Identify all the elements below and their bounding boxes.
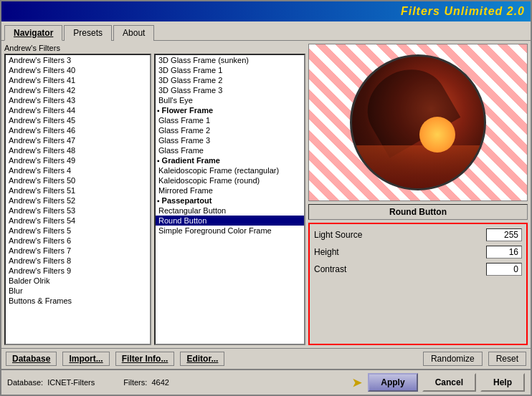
param-row-height: Height 16 [314,246,522,259]
toolbar-right: Randomize Reset [423,352,526,366]
filter-item[interactable]: Glass Frame [156,145,304,155]
import-button[interactable]: Import... [62,352,109,366]
list-item[interactable]: Andrew's Filters 42 [6,85,150,95]
filter-list-container[interactable]: 3D Glass Frame (sunken) 3D Glass Frame 1… [154,54,305,345]
app-title: Filters Unlimited 2.0 [401,5,525,18]
filter-item[interactable]: Kaleidoscopic Frame (round) [156,175,304,185]
andrew-label: Andrew's Filters [4,44,151,52]
list-item[interactable]: Andrew's Filters 8 [6,256,150,266]
list-item[interactable]: Andrew's Filters 4 [6,165,150,175]
tab-presets[interactable]: Presets [64,25,112,41]
filter-item-mirrored-frame[interactable]: Mirrored Frame [156,185,304,195]
lists-row: Andrew's Filters Andrew's Filters 3 Andr… [4,44,305,345]
list-item[interactable]: Andrew's Filters 53 [6,206,150,216]
status-bar: Database: ICNET-Filters Filters: 4642 Ap… [1,369,531,395]
moon [419,117,455,153]
tab-about[interactable]: About [113,25,154,41]
filter-item-round-button[interactable]: Round Button ➤ [156,216,304,226]
list-item[interactable]: Andrew's Filters 49 [6,155,150,165]
list-item[interactable]: Andrew's Filters 50 [6,175,150,185]
filter-item-separator[interactable]: ▪ Passepartout [156,195,304,206]
editor-button[interactable]: Editor... [180,352,224,366]
status-filters: Filters: 4642 [123,378,169,387]
list-item[interactable]: Andrew's Filters 44 [6,105,150,115]
apply-button[interactable]: Apply ➤ [368,373,417,392]
list-item[interactable]: Andrew's Filters 9 [6,266,150,276]
light-source-label: Light Source [314,230,486,240]
list-item[interactable]: Andrew's Filters 48 [6,145,150,155]
filter-item[interactable]: 3D Glass Frame (sunken) [156,55,304,65]
list-item-buttons-frames[interactable]: Buttons & Frames ➤ [6,296,150,306]
status-database: Database: ICNET-Filters [7,378,95,387]
list-item[interactable]: Andrew's Filters 40 [6,65,150,75]
randomize-button[interactable]: Randomize [423,352,483,366]
filter-info-button[interactable]: Filter Info... [115,352,175,366]
help-button[interactable]: Help [480,373,525,392]
filter-item[interactable]: Glass Frame 2 [156,125,304,135]
list-item[interactable]: Blur [6,286,150,296]
list-item[interactable]: Balder Olrik [6,276,150,286]
filter-item[interactable]: 3D Glass Frame 1 [156,65,304,75]
main-content: Andrew's Filters Andrew's Filters 3 Andr… [1,41,531,348]
params-area: Light Source 255 Height 16 Contrast 0 [308,223,528,345]
list-item[interactable]: Andrew's Filters 7 [6,246,150,256]
list-item[interactable]: Andrew's Filters 41 [6,75,150,85]
list-item[interactable]: Andrew's Filters 5 [6,226,150,236]
filter-item[interactable]: 3D Glass Frame 3 [156,85,304,95]
reset-button[interactable]: Reset [488,352,526,366]
filter-spacer [154,44,305,52]
filter-item-rectangular-button[interactable]: Rectangular Button [156,206,304,216]
action-buttons: Apply ➤ Cancel Help [368,373,525,392]
filter-item[interactable]: Glass Frame 3 [156,135,304,145]
list-item[interactable]: Andrew's Filters 47 [6,135,150,145]
filter-item[interactable]: Glass Frame 1 [156,115,304,125]
filter-item-separator[interactable]: ▪ Gradient Frame [156,155,304,165]
right-panel: Round Button Light Source 255 Height 16 … [308,44,528,345]
height-label: Height [314,247,486,257]
light-source-value[interactable]: 255 [486,228,522,241]
cancel-button[interactable]: Cancel [422,373,476,392]
list-item[interactable]: Andrew's Filters 43 [6,95,150,105]
list-item[interactable]: Andrew's Filters 6 [6,236,150,246]
water-reflection [352,145,484,188]
list-item[interactable]: Andrew's Filters 45 [6,115,150,125]
tab-bar: Navigator Presets About [1,21,531,41]
filter-name-display: Round Button [308,204,528,220]
list-item[interactable]: Andrew's Filters 46 [6,125,150,135]
list-item[interactable]: Andrew's Filters 51 [6,185,150,195]
list-item[interactable]: Andrew's Filters 52 [6,195,150,206]
left-side: Andrew's Filters Andrew's Filters 3 Andr… [4,44,305,345]
preview-area [308,44,528,201]
filter-item-separator[interactable]: ▪ Flower Frame [156,105,304,115]
param-row-light-source: Light Source 255 [314,228,522,241]
main-window: Filters Unlimited 2.0 Navigator Presets … [0,0,532,396]
andrew-section: Andrew's Filters Andrew's Filters 3 Andr… [4,44,151,345]
bottom-toolbar: Database Import... Filter Info... Editor… [1,348,531,369]
tab-navigator[interactable]: Navigator [4,25,62,41]
filter-section: 3D Glass Frame (sunken) 3D Glass Frame 1… [154,44,305,345]
list-item[interactable]: Andrew's Filters 3 [6,55,150,65]
database-button[interactable]: Database [6,352,57,366]
title-bar: Filters Unlimited 2.0 [1,1,531,21]
param-row-contrast: Contrast 0 [314,263,522,276]
filter-item[interactable]: Kaleidoscopic Frame (rectangular) [156,165,304,175]
andrew-list-container[interactable]: Andrew's Filters 3 Andrew's Filters 40 A… [4,54,151,345]
height-value[interactable]: 16 [486,246,522,259]
contrast-label: Contrast [314,264,486,274]
list-item[interactable]: Andrew's Filters 54 [6,216,150,226]
filter-item[interactable]: 3D Glass Frame 2 [156,75,304,85]
preview-image [350,54,486,190]
filter-item[interactable]: Bull's Eye [156,95,304,105]
filter-item-simple-foreground[interactable]: Simple Foreground Color Frame [156,226,304,236]
contrast-value[interactable]: 0 [486,263,522,276]
